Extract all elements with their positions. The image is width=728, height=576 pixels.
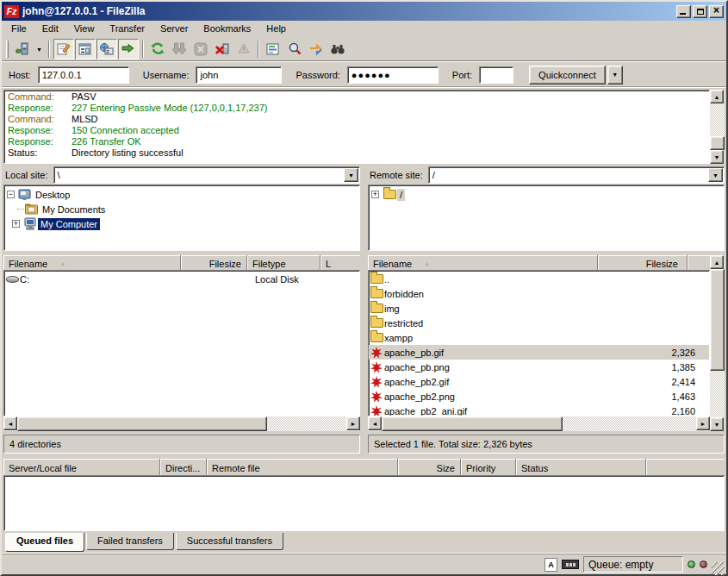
directory-comparison-button[interactable] xyxy=(284,39,305,59)
remote-file-row[interactable]: img xyxy=(369,301,709,316)
reconnect-button[interactable] xyxy=(233,39,254,59)
scroll-down-icon[interactable]: ▼ xyxy=(710,150,724,164)
column-priority[interactable]: Priority xyxy=(461,459,516,476)
remote-file-row[interactable]: apache_pb2.png1,463 xyxy=(369,389,709,404)
site-manager-dropdown-icon[interactable]: ▼ xyxy=(34,47,45,53)
folder-icon xyxy=(370,333,383,342)
column-filesize[interactable]: Filesize xyxy=(598,255,688,271)
menu-file[interactable]: File xyxy=(3,22,34,36)
remote-file-row[interactable]: xampp xyxy=(369,330,709,345)
remote-file-row[interactable]: forbidden xyxy=(369,286,709,301)
tree-node-root[interactable]: + / xyxy=(369,187,724,202)
port-input[interactable] xyxy=(479,66,513,84)
toggle-message-log-button[interactable] xyxy=(53,39,74,59)
close-button[interactable]: × xyxy=(709,5,724,18)
local-hscroll-thumb[interactable] xyxy=(17,416,267,431)
column-last-modified[interactable]: L xyxy=(320,255,360,271)
tab-failed-transfers[interactable]: Failed transfers xyxy=(86,533,174,550)
refresh-button[interactable] xyxy=(147,39,168,59)
local-site-combo[interactable]: \ ▼ xyxy=(53,166,360,184)
cancel-operation-button[interactable] xyxy=(190,39,211,59)
minimize-button[interactable] xyxy=(676,5,691,18)
remote-vertical-scrollbar[interactable]: ▲ ▼ xyxy=(710,255,725,431)
folder-icon xyxy=(370,289,383,298)
combo-dropdown-icon[interactable]: ▼ xyxy=(344,168,358,182)
pane-splitter[interactable] xyxy=(360,166,368,251)
site-manager-button[interactable] xyxy=(12,39,33,59)
scroll-left-icon[interactable]: ◄ xyxy=(368,416,382,430)
menu-view[interactable]: View xyxy=(66,22,103,36)
toggle-transfer-queue-button[interactable] xyxy=(118,39,139,59)
username-input[interactable] xyxy=(196,66,282,84)
expander-closed-icon[interactable]: + xyxy=(371,191,379,198)
scroll-up-icon[interactable]: ▲ xyxy=(710,90,724,103)
menu-transfer[interactable]: Transfer xyxy=(102,22,152,36)
menu-server[interactable]: Server xyxy=(152,22,196,36)
filezilla-window: Fz john@127.0.0.1 - FileZilla × File Edi… xyxy=(0,0,728,576)
process-queue-button[interactable] xyxy=(169,39,190,59)
remote-site-combo[interactable]: / ▼ xyxy=(428,166,725,184)
tree-node-my-computer[interactable]: + My Computer xyxy=(4,216,359,231)
remote-file-row[interactable]: restricted xyxy=(369,316,709,330)
filter-icon xyxy=(265,41,281,57)
username-label: Username: xyxy=(143,70,190,80)
expander-open-icon[interactable]: − xyxy=(7,191,15,198)
resize-grip[interactable] xyxy=(712,562,725,575)
remote-file-row[interactable]: apache_pb2_ani.gif2,160 xyxy=(369,404,709,416)
column-direction[interactable]: Directi... xyxy=(160,459,207,476)
expander-closed-icon[interactable]: + xyxy=(12,220,20,228)
disconnect-button[interactable] xyxy=(212,39,233,59)
log-vertical-scrollbar[interactable]: ▲ ▼ xyxy=(710,90,725,164)
remote-hscroll-thumb[interactable] xyxy=(382,416,563,431)
menu-help[interactable]: Help xyxy=(258,22,294,36)
image-file-icon xyxy=(369,376,384,388)
column-filename[interactable]: Filename▲ xyxy=(368,255,598,271)
pane-splitter[interactable] xyxy=(360,255,368,454)
scroll-down-icon[interactable]: ▼ xyxy=(710,417,724,431)
quickconnect-button[interactable]: Quickconnect xyxy=(529,66,606,85)
remote-file-row[interactable]: apache_pb.png1,385 xyxy=(369,360,709,374)
combo-dropdown-icon[interactable]: ▼ xyxy=(708,168,723,182)
local-file-row[interactable]: C: Local Disk xyxy=(4,272,359,286)
maximize-button[interactable] xyxy=(693,5,707,18)
scroll-up-icon[interactable]: ▲ xyxy=(710,255,724,269)
column-size[interactable]: Size xyxy=(398,459,461,476)
scroll-right-icon[interactable]: ► xyxy=(346,416,360,430)
scroll-right-icon[interactable]: ► xyxy=(696,416,710,430)
column-server-local-file[interactable]: Server/Local file xyxy=(3,459,160,476)
tab-successful-transfers[interactable]: Successful transfers xyxy=(176,533,283,550)
log-scroll-thumb[interactable] xyxy=(710,136,725,150)
toggle-local-tree-button[interactable] xyxy=(75,39,96,59)
host-input[interactable] xyxy=(38,66,129,84)
remote-file-row-selected[interactable]: apache_pb.gif2,326 xyxy=(369,345,709,360)
remote-file-row[interactable]: apache_pb2.gif2,414 xyxy=(369,374,709,389)
quickconnect-dropdown-button[interactable]: ▼ xyxy=(607,66,623,85)
local-horizontal-scrollbar[interactable]: ◄ ► xyxy=(3,416,360,431)
quickconnect-bar: Host: Username: Password: Port: Quickcon… xyxy=(2,62,726,88)
close-icon: × xyxy=(713,5,719,16)
directory-comparison-icon xyxy=(287,41,302,57)
directory-listing-filters-button[interactable] xyxy=(263,39,283,59)
tree-node-desktop[interactable]: − Desktop xyxy=(4,187,359,202)
password-input[interactable] xyxy=(347,66,439,84)
tree-node-my-documents[interactable]: My Documents xyxy=(4,202,359,216)
column-filename[interactable]: Filename▲ xyxy=(3,255,181,271)
remote-file-row[interactable]: .. xyxy=(369,272,709,286)
column-filesize[interactable]: Filesize xyxy=(181,255,247,271)
port-label: Port: xyxy=(452,70,472,80)
remote-horizontal-scrollbar[interactable]: ◄ ► xyxy=(368,416,710,431)
column-remote-file[interactable]: Remote file xyxy=(207,459,398,476)
find-files-button[interactable] xyxy=(327,39,348,59)
cancel-icon xyxy=(193,41,208,57)
column-filetype[interactable]: Filetype xyxy=(247,255,320,271)
scroll-left-icon[interactable]: ◄ xyxy=(3,416,17,430)
column-status[interactable]: Status xyxy=(516,459,646,476)
synchronized-browsing-button[interactable] xyxy=(306,39,327,59)
remote-vscroll-thumb[interactable] xyxy=(710,269,725,371)
queue-body xyxy=(3,476,725,531)
menu-bookmarks[interactable]: Bookmarks xyxy=(196,22,258,36)
toggle-remote-tree-button[interactable] xyxy=(96,39,117,59)
tab-queued-files[interactable]: Queued files xyxy=(5,533,84,552)
menu-edit[interactable]: Edit xyxy=(34,22,66,36)
toolbar-grip[interactable] xyxy=(6,41,9,58)
